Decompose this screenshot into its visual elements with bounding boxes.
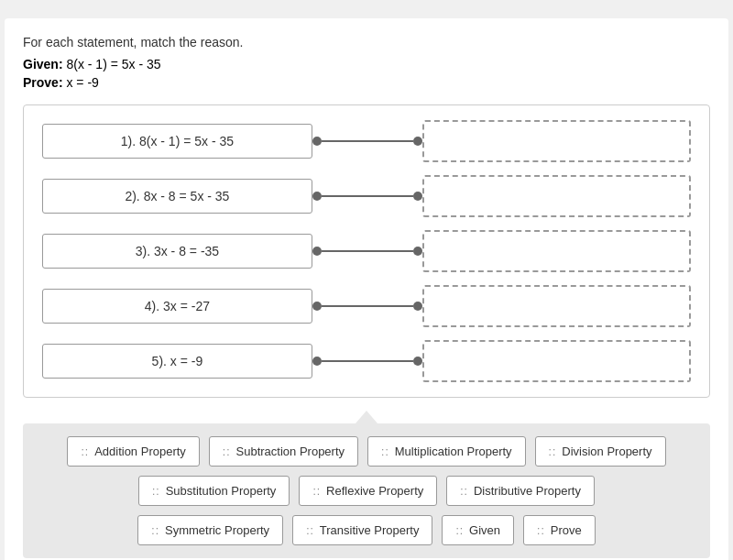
drag-handle: ::	[81, 445, 89, 458]
answer-box-5[interactable]	[422, 340, 691, 382]
dot-right-5	[413, 357, 422, 366]
connector-line-4	[322, 305, 413, 307]
given-label: Given:	[23, 57, 63, 71]
drag-row-1: :: Addition Property :: Subtraction Prop…	[38, 436, 695, 467]
match-row-3: 3). 3x - 8 = -35	[42, 230, 691, 272]
drag-handle: ::	[549, 445, 557, 458]
drag-item-given[interactable]: :: Given	[442, 515, 514, 545]
connector-3	[312, 247, 422, 256]
drag-item-transitive-property[interactable]: :: Transitive Property	[292, 515, 432, 545]
match-row-1: 1). 8(x - 1) = 5x - 35	[42, 120, 691, 162]
drag-item-label: Distributive Property	[474, 484, 581, 498]
drag-row-2: :: Substitution Property :: Reflexive Pr…	[38, 476, 695, 506]
drag-handle: ::	[151, 524, 159, 537]
drag-item-label: Transitive Property	[320, 523, 420, 537]
connector-line-2	[322, 195, 413, 197]
drag-item-reflexive-property[interactable]: :: Reflexive Property	[299, 476, 437, 506]
drag-handle: ::	[460, 485, 468, 498]
dot-left-3	[312, 247, 322, 256]
drag-item-label: Division Property	[562, 445, 651, 458]
drag-item-subtraction-property[interactable]: :: Subtraction Property	[209, 436, 358, 467]
drag-area-wrapper: :: Addition Property :: Subtraction Prop…	[23, 411, 710, 558]
drag-item-distributive-property[interactable]: :: Distributive Property	[446, 476, 595, 506]
instructions-text: For each statement, match the reason.	[23, 35, 710, 49]
connector-line-5	[322, 360, 413, 362]
dot-right-4	[413, 302, 422, 311]
drag-handle: ::	[152, 485, 160, 498]
statement-box-2: 2). 8x - 8 = 5x - 35	[42, 179, 312, 214]
answer-box-3[interactable]	[422, 230, 691, 272]
drag-item-prove[interactable]: :: Prove	[523, 515, 596, 545]
drag-item-label: Symmetric Property	[165, 523, 269, 537]
dot-left-2	[312, 192, 322, 201]
drag-area-triangle	[356, 411, 377, 423]
answer-box-1[interactable]	[422, 120, 691, 162]
drag-handle: ::	[223, 445, 231, 458]
dot-left-4	[312, 302, 322, 311]
page-container: For each statement, match the reason. Gi…	[5, 18, 728, 560]
statement-box-3: 3). 3x - 8 = -35	[42, 234, 312, 269]
match-row-4: 4). 3x = -27	[42, 285, 691, 327]
drag-item-label: Prove	[551, 523, 582, 537]
prove-line: Prove: x = -9	[23, 75, 710, 90]
dot-right-2	[413, 192, 422, 201]
drag-handle: ::	[381, 445, 389, 458]
drag-item-substitution-property[interactable]: :: Substitution Property	[138, 476, 290, 506]
drag-item-label: Substitution Property	[166, 484, 277, 498]
statement-box-5: 5). x = -9	[42, 344, 312, 379]
dot-right-3	[413, 247, 422, 256]
drag-item-label: Addition Property	[94, 445, 186, 458]
connector-4	[312, 302, 422, 311]
drag-item-label: Reflexive Property	[326, 484, 423, 498]
drag-item-addition-property[interactable]: :: Addition Property	[67, 436, 199, 467]
drag-row-3: :: Symmetric Property :: Transitive Prop…	[38, 515, 695, 545]
answer-box-4[interactable]	[422, 285, 691, 327]
drag-handle: ::	[455, 524, 464, 537]
statement-box-4: 4). 3x = -27	[42, 289, 312, 324]
connector-5	[312, 357, 422, 366]
connector-1	[312, 137, 422, 146]
dot-left-5	[312, 357, 322, 366]
drag-handle: ::	[312, 485, 321, 498]
drag-item-label: Multiplication Property	[395, 445, 512, 458]
dot-right-1	[413, 137, 422, 146]
prove-value: x = -9	[66, 75, 98, 90]
drag-handle: ::	[306, 524, 314, 537]
matching-area: 1). 8(x - 1) = 5x - 35 2). 8x - 8 = 5x -…	[23, 104, 710, 398]
answer-box-2[interactable]	[422, 175, 691, 217]
statement-box-1: 1). 8(x - 1) = 5x - 35	[42, 124, 312, 159]
given-value: 8(x - 1) = 5x - 35	[66, 57, 160, 71]
given-line: Given: 8(x - 1) = 5x - 35	[23, 57, 710, 71]
connector-line-1	[322, 140, 413, 142]
prove-label: Prove:	[23, 75, 63, 90]
drag-item-symmetric-property[interactable]: :: Symmetric Property	[137, 515, 283, 545]
drag-handle: ::	[537, 524, 545, 537]
drag-item-label: Subtraction Property	[236, 445, 345, 458]
drag-item-multiplication-property[interactable]: :: Multiplication Property	[367, 436, 526, 467]
match-row-5: 5). x = -9	[42, 340, 691, 382]
dot-left-1	[312, 137, 322, 146]
drag-item-label: Given	[469, 523, 500, 537]
drag-item-division-property[interactable]: :: Division Property	[535, 436, 666, 467]
connector-2	[312, 192, 422, 201]
match-row-2: 2). 8x - 8 = 5x - 35	[42, 175, 691, 217]
connector-line-3	[322, 250, 413, 252]
drag-area: :: Addition Property :: Subtraction Prop…	[23, 423, 710, 558]
